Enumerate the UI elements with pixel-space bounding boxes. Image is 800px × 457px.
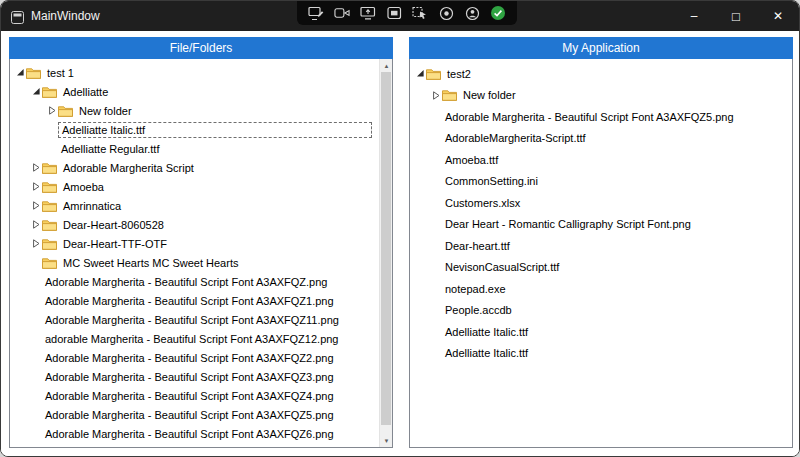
minimize-button[interactable]: – [673, 1, 715, 31]
expander-collapsed-icon[interactable] [30, 220, 42, 229]
expander-expanded-icon[interactable] [414, 69, 426, 78]
window-capture-icon[interactable] [386, 5, 402, 21]
screen-annotate-icon[interactable] [308, 5, 324, 21]
tree-row[interactable]: Adelliatte Regular.ttf [10, 139, 378, 158]
tree-row[interactable]: Adelliatte [10, 82, 378, 101]
window-title: MainWindow [31, 9, 100, 23]
tree-row[interactable]: Customers.xlsx [410, 192, 792, 214]
tree-item-label: Adorable Margherita - Beautiful Script F… [42, 294, 337, 308]
expander-collapsed-icon[interactable] [30, 163, 42, 172]
tree-row[interactable]: Adorable Margherita - Beautiful Script F… [410, 106, 792, 128]
tree-row[interactable]: notepad.exe [410, 278, 792, 300]
main-window: MainWindow –□✕ File/Folders test 1Adelli… [0, 0, 800, 457]
application-panel-header: My Application [409, 37, 793, 59]
window-controls: –□✕ [673, 1, 799, 31]
tree-row[interactable]: NevisonCasualScript.ttf [410, 257, 792, 279]
tree-row[interactable]: Dear Heart - Romantic Calligraphy Script… [410, 214, 792, 236]
tree-row[interactable]: Adorable Margherita - Beautiful Script F… [10, 367, 378, 386]
tree-row[interactable]: Adorable Margherita - Beautiful Script F… [10, 291, 378, 310]
tree-item-label: Customers.xlsx [442, 196, 523, 210]
tree-row[interactable]: Adorable Margherita Script [10, 158, 378, 177]
tree-item-label: People.accdb [442, 303, 515, 317]
tree-item-label: Dear-Heart-TTF-OTF [60, 237, 170, 251]
expander-collapsed-icon[interactable] [30, 239, 42, 248]
status-check-icon[interactable] [490, 5, 506, 21]
tree-item-label: NevisonCasualScript.ttf [442, 260, 562, 274]
tree-row[interactable]: Adorable Margherita - Beautiful Script F… [10, 310, 378, 329]
vertical-scrollbar[interactable]: ▲ ▼ [379, 59, 392, 447]
tree-row[interactable]: Adorable Margherita - Beautiful Script F… [10, 272, 378, 291]
tree-row[interactable]: Amoeba [10, 177, 378, 196]
tree-row[interactable]: CommonSetting.ini [410, 171, 792, 193]
tree-row[interactable]: test2 [410, 63, 792, 85]
tree-item-label: Adelliatte Italic.ttf [58, 122, 372, 138]
application-tree-container: test2New folderAdorable Margherita - Bea… [409, 59, 793, 448]
scroll-up-button[interactable]: ▲ [380, 59, 393, 72]
tree-row[interactable]: Amrinnatica [10, 196, 378, 215]
tree-item-label: Adorable Margherita - Beautiful Script F… [42, 389, 337, 403]
application-tree: test2New folderAdorable Margherita - Bea… [410, 59, 792, 447]
tree-item-label: Adorable Margherita - Beautiful Script F… [42, 408, 337, 422]
expander-collapsed-icon[interactable] [30, 201, 42, 210]
tree-item-label: Amoeba.ttf [442, 153, 501, 167]
tree-item-label: Adorable Margherita - Beautiful Script F… [42, 275, 330, 289]
tree-row[interactable]: Adorable Margherita - Beautiful Script F… [10, 405, 378, 424]
tree-item-label: Adelliatte Italic.ttf [442, 346, 531, 360]
folder-icon [42, 86, 60, 98]
tree-item-label: New folder [76, 104, 135, 118]
expander-collapsed-icon[interactable] [46, 106, 58, 115]
tree-item-label: Adelliatte Italic.ttf [442, 325, 531, 339]
tree-row[interactable]: Adelliatte Italic.ttf [410, 321, 792, 343]
tree-item-label: Dear Heart - Romantic Calligraphy Script… [442, 217, 694, 231]
tree-item-label: Adorable Margherita - Beautiful Script F… [442, 110, 737, 124]
tree-row[interactable]: Adelliatte Italic.ttf [410, 343, 792, 365]
tree-row[interactable]: AdorableMargherita-Script.ttf [410, 128, 792, 150]
tree-item-label: Dear-heart.ttf [442, 239, 513, 253]
application-panel: My Application test2New folderAdorable M… [409, 37, 793, 448]
tree-row[interactable]: adorable Margherita - Beautiful Script F… [10, 329, 378, 348]
expander-collapsed-icon[interactable] [30, 182, 42, 191]
tree-item-label: notepad.exe [442, 282, 509, 296]
folder-icon [42, 200, 60, 212]
files-tree: test 1AdelliatteNew folderAdelliatte Ita… [10, 59, 378, 447]
tree-item-label: CommonSetting.ini [442, 174, 541, 188]
tree-row[interactable]: New folder [10, 101, 378, 120]
tree-item-label: MC Sweet Hearts MC Sweet Hearts [60, 256, 241, 270]
expander-expanded-icon[interactable] [30, 87, 42, 96]
tree-row[interactable]: New folder [410, 85, 792, 107]
camera-icon[interactable] [334, 5, 350, 21]
tree-row[interactable]: Adorable Margherita - Beautiful Script F… [10, 424, 378, 443]
tree-row[interactable]: Adorable Margherita - Beautiful Script F… [10, 348, 378, 367]
folder-icon [58, 105, 76, 117]
titlebar: MainWindow –□✕ [1, 1, 799, 31]
files-panel: File/Folders test 1AdelliatteNew folderA… [9, 37, 393, 448]
maximize-button[interactable]: □ [715, 1, 757, 31]
tree-row[interactable]: Dear-heart.ttf [410, 235, 792, 257]
scrollbar-thumb[interactable] [381, 72, 391, 425]
tree-row[interactable]: Adelliatte Italic.ttf [10, 120, 378, 139]
tree-row[interactable]: Adorable Margherita - Beautiful Script F… [10, 386, 378, 405]
tree-item-label: adorable Margherita - Beautiful Script F… [42, 332, 342, 346]
record-icon[interactable] [438, 5, 454, 21]
webcam-user-icon[interactable] [464, 5, 480, 21]
tree-row[interactable]: Dear-Heart-TTF-OTF [10, 234, 378, 253]
files-panel-header: File/Folders [9, 37, 393, 59]
tree-row[interactable]: MC Sweet Hearts MC Sweet Hearts [10, 253, 378, 272]
tree-row[interactable]: Dear-Heart-8060528 [10, 215, 378, 234]
screen-share-icon[interactable] [360, 5, 376, 21]
tree-item-label: test2 [444, 67, 474, 81]
expander-expanded-icon[interactable] [14, 68, 26, 77]
tree-item-label: Adorable Margherita - Beautiful Script F… [42, 351, 337, 365]
tree-item-label: New folder [460, 88, 519, 102]
tree-row[interactable]: People.accdb [410, 300, 792, 322]
tree-row[interactable]: Adorable Margherita - Beautiful Script F… [10, 443, 378, 447]
folder-icon [42, 219, 60, 231]
region-select-cursor-icon[interactable] [412, 5, 428, 21]
tree-item-label: Adorable Margherita - Beautiful Script F… [42, 427, 337, 441]
scroll-down-button[interactable]: ▼ [380, 434, 393, 447]
expander-collapsed-icon[interactable] [430, 91, 442, 100]
tree-row[interactable]: Amoeba.ttf [410, 149, 792, 171]
tree-item-label: Amrinnatica [60, 199, 124, 213]
tree-row[interactable]: test 1 [10, 63, 378, 82]
close-button[interactable]: ✕ [757, 1, 799, 31]
